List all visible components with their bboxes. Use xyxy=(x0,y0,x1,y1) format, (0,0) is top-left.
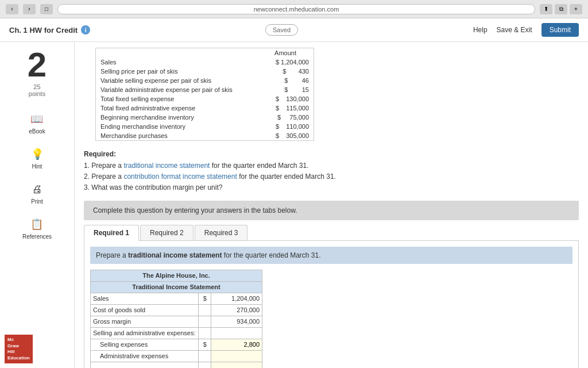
contribution-link[interactable]: contribution format income statement xyxy=(123,172,237,181)
question-number: 2 xyxy=(28,48,47,82)
references-icon: 📋 xyxy=(29,216,45,232)
tab-required2[interactable]: Required 2 xyxy=(140,225,194,240)
hint-tool[interactable]: 💡 Hint xyxy=(27,144,48,172)
sales-symbol: $ xyxy=(199,293,211,304)
browser-back-button[interactable]: ‹ xyxy=(6,4,18,14)
selling-expenses-label: Selling expenses xyxy=(91,339,199,350)
required-section: Required: 1. Prepare a traditional incom… xyxy=(84,150,579,194)
main-content: 2 25 points 📖 eBook 💡 Hint 🖨 Print 📋 Ref… xyxy=(0,42,588,368)
company-name: The Alpine House, Inc. xyxy=(91,270,262,281)
admin-expenses-symbol xyxy=(199,350,211,362)
admin-expenses-label: Administrative expenses xyxy=(91,350,199,362)
tab-required1[interactable]: Required 1 xyxy=(84,225,139,241)
statement-title-row: Traditional Income Statement xyxy=(91,281,262,293)
hint-label: Hint xyxy=(32,163,42,170)
required-item-2: 2. Prepare a contribution format income … xyxy=(84,171,579,182)
empty-row-1 xyxy=(91,362,262,368)
cogs-symbol xyxy=(199,304,211,316)
browser-add-button[interactable]: + xyxy=(570,4,582,14)
selling-expenses-input-cell[interactable] xyxy=(211,339,262,350)
sidebar-tools: 📖 eBook 💡 Hint 🖨 Print 📋 References xyxy=(0,109,74,242)
gross-margin-symbol xyxy=(199,316,211,327)
submit-button[interactable]: Submit xyxy=(541,23,579,37)
save-exit-link[interactable]: Save & Exit xyxy=(497,26,532,34)
app-title-area: Ch. 1 HW for Credit i xyxy=(9,25,90,34)
sidebar: 2 25 points 📖 eBook 💡 Hint 🖨 Print 📋 Ref… xyxy=(0,42,75,368)
cogs-amount: 270,000 xyxy=(211,304,262,316)
help-link[interactable]: Help xyxy=(473,26,488,34)
selling-admin-header: Selling and administrative expenses: xyxy=(91,327,199,339)
browser-new-tab-button[interactable]: ⧉ xyxy=(555,4,567,14)
admin-expenses-row: Administrative expenses xyxy=(91,350,262,362)
admin-expenses-input[interactable] xyxy=(214,352,260,359)
print-tool[interactable]: 🖨 Print xyxy=(27,179,48,207)
company-name-row: The Alpine House, Inc. xyxy=(91,270,262,281)
admin-expenses-input-cell[interactable] xyxy=(211,350,262,362)
instruction-banner: Complete this question by entering your … xyxy=(84,201,579,220)
required-list: 1. Prepare a traditional income statemen… xyxy=(84,160,579,194)
table-row: Total fixed administrative expense $ 115… xyxy=(96,103,314,113)
selling-admin-header-row: Selling and administrative expenses: xyxy=(91,327,262,339)
app-title-text: Ch. 1 HW for Credit xyxy=(9,26,78,34)
table-row: Merchandise purchases $ 305,000 xyxy=(96,131,314,141)
tab-required3[interactable]: Required 3 xyxy=(195,225,248,240)
print-icon: 🖨 xyxy=(29,181,45,197)
subtotal-input[interactable] xyxy=(214,364,260,368)
ebook-icon: 📖 xyxy=(29,111,45,127)
address-bar[interactable]: newconnect.mheducation.com xyxy=(57,4,535,14)
gross-margin-row: Gross margin 934,000 xyxy=(91,316,262,327)
gross-margin-amount: 934,000 xyxy=(211,316,262,327)
references-tool[interactable]: 📋 References xyxy=(20,214,54,242)
tab-content: Prepare a traditional income statement f… xyxy=(84,241,579,368)
ebook-label: eBook xyxy=(29,128,45,135)
required-item-1: 1. Prepare a traditional income statemen… xyxy=(84,160,579,171)
required-title: Required: xyxy=(84,150,579,158)
mgh-logo: Mc Graw Hill Education xyxy=(5,335,33,363)
selling-expenses-row: Selling expenses $ xyxy=(91,339,262,350)
table-row: Variable selling expense per pair of ski… xyxy=(96,76,314,85)
amount-header: Amount xyxy=(268,48,314,58)
required-item-3: 3. What was the contribution margin per … xyxy=(84,182,579,193)
income-statement-table: The Alpine House, Inc. Traditional Incom… xyxy=(90,270,262,368)
sales-row: Sales $ 1,204,000 xyxy=(91,293,262,304)
app-header: Ch. 1 HW for Credit i Saved Help Save & … xyxy=(0,18,588,42)
ebook-tool[interactable]: 📖 eBook xyxy=(26,109,47,137)
cogs-label: Cost of goods sold xyxy=(91,304,199,316)
hint-icon: 💡 xyxy=(29,146,45,162)
data-table: Amount Sales $ 1,204,000 Selling price p… xyxy=(95,48,314,141)
table-row: Sales $ 1,204,000 xyxy=(96,57,314,67)
table-row: Selling price per pair of skis $ 430 xyxy=(96,67,314,76)
selling-expenses-symbol: $ xyxy=(199,339,211,350)
cogs-row: Cost of goods sold 270,000 xyxy=(91,304,262,316)
selling-expenses-input[interactable] xyxy=(214,341,260,348)
browser-forward-button[interactable]: › xyxy=(23,4,36,14)
browser-share-button[interactable]: ⬆ xyxy=(540,4,552,14)
statement-title: Traditional Income Statement xyxy=(91,281,262,293)
references-label: References xyxy=(22,233,52,240)
sales-amount: 1,204,000 xyxy=(211,293,262,304)
subtotal-input-cell[interactable] xyxy=(211,362,262,368)
tab-description: Prepare a traditional income statement f… xyxy=(90,247,572,264)
traditional-link[interactable]: traditional income statement xyxy=(123,162,210,170)
content-area: Amount Sales $ 1,204,000 Selling price p… xyxy=(75,42,588,368)
browser-tab-button[interactable]: □ xyxy=(40,4,53,14)
table-row: Ending merchandise inventory $ 110,000 xyxy=(96,122,314,131)
sales-label: Sales xyxy=(91,293,199,304)
points-label: 25 points xyxy=(29,83,45,97)
tabs-container: Required 1 Required 2 Required 3 xyxy=(84,225,579,241)
table-row: Beginning merchandise inventory $ 75,000 xyxy=(96,113,314,122)
table-row: Total fixed selling expense $ 130,000 xyxy=(96,94,314,103)
gross-margin-label: Gross margin xyxy=(91,316,199,327)
saved-badge: Saved xyxy=(265,26,298,34)
header-right: Help Save & Exit Submit xyxy=(473,23,579,37)
table-row: Variable administrative expense per pair… xyxy=(96,85,314,94)
print-label: Print xyxy=(31,198,43,205)
browser-chrome: ‹ › □ newconnect.mheducation.com ⬆ ⧉ + xyxy=(0,0,588,18)
info-icon[interactable]: i xyxy=(81,25,90,34)
